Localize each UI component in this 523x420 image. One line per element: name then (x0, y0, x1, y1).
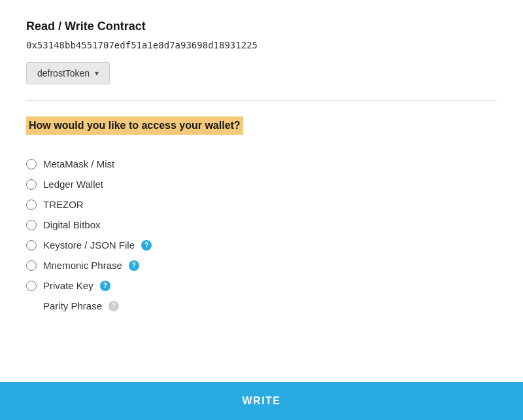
mnemonic-label: Mnemonic Phrase (43, 260, 122, 271)
parity-label: Parity Phrase (43, 300, 102, 311)
list-item: Keystore / JSON File ? (26, 239, 497, 251)
chevron-down-icon: ▾ (95, 69, 99, 78)
dropdown-label: defrostToken (37, 68, 90, 79)
metamask-label: MetaMask / Mist (43, 158, 114, 169)
keystore-radio[interactable] (26, 240, 37, 251)
trezor-label: TREZOR (43, 199, 84, 210)
mnemonic-radio[interactable] (26, 260, 37, 271)
keystore-help-icon[interactable]: ? (141, 240, 152, 251)
list-item: MetaMask / Mist (26, 158, 497, 169)
wallet-question: How would you like to access your wallet… (26, 116, 243, 135)
parity-help-icon[interactable]: ? (109, 301, 119, 311)
list-item: Mnemonic Phrase ? (26, 260, 497, 271)
digitalbitbox-label: Digital Bitbox (43, 219, 101, 230)
ledger-label: Ledger Wallet (43, 179, 103, 190)
write-label: WRITE (242, 395, 280, 407)
section-divider (26, 100, 497, 101)
main-content: Read / Write Contract 0x53148bb4551707ed… (0, 0, 523, 382)
list-item: TREZOR (26, 199, 497, 210)
metamask-radio[interactable] (26, 159, 37, 169)
list-item: Digital Bitbox (26, 219, 497, 230)
keystore-label: Keystore / JSON File (43, 239, 135, 251)
contract-address: 0x53148bb4551707edf51a1e8d7a93698d189312… (26, 40, 497, 50)
privatekey-label: Private Key (43, 280, 93, 291)
privatekey-radio[interactable] (26, 281, 37, 291)
parity-item: Parity Phrase ? (26, 300, 497, 311)
wallet-options-list: MetaMask / Mist Ledger Wallet TREZOR Dig… (26, 158, 497, 291)
privatekey-help-icon[interactable]: ? (100, 281, 110, 291)
ledger-radio[interactable] (26, 179, 37, 190)
list-item: Private Key ? (26, 280, 497, 291)
defrost-token-dropdown[interactable]: defrostToken ▾ (26, 62, 110, 84)
write-button[interactable]: WRITE (0, 382, 523, 420)
page-title: Read / Write Contract (26, 20, 497, 33)
list-item: Ledger Wallet (26, 179, 497, 190)
trezor-radio[interactable] (26, 200, 37, 210)
digitalbitbox-radio[interactable] (26, 220, 37, 230)
mnemonic-help-icon[interactable]: ? (129, 260, 139, 271)
